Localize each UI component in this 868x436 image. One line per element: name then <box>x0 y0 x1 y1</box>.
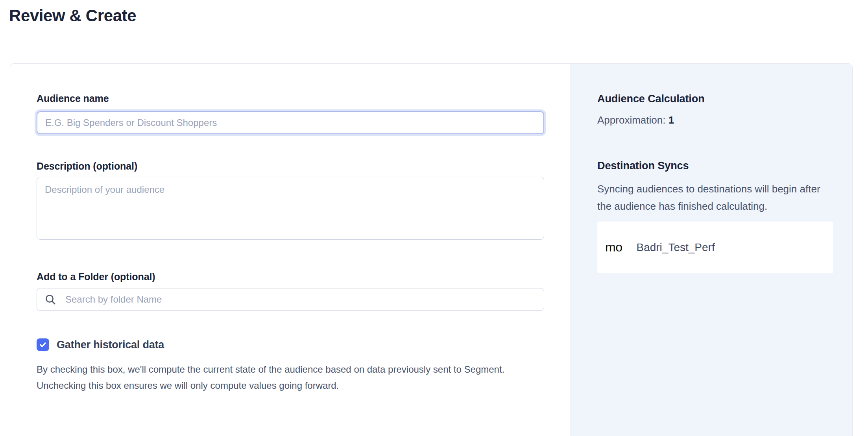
audience-form: Audience name Description (optional) Add… <box>10 64 570 436</box>
gather-historical-label: Gather historical data <box>57 339 164 351</box>
audience-name-label: Audience name <box>37 93 544 104</box>
description-label: Description (optional) <box>37 161 544 172</box>
destination-syncs-title: Destination Syncs <box>597 160 833 172</box>
destination-syncs-description: Syncing audiences to destinations will b… <box>597 180 830 215</box>
approximation-value: 1 <box>669 114 674 126</box>
destination-sync-item: mo Badri_Test_Perf <box>597 222 833 273</box>
audience-name-input[interactable] <box>37 111 544 134</box>
description-textarea[interactable] <box>37 177 544 240</box>
gather-historical-checkbox[interactable] <box>37 338 49 351</box>
gather-historical-row: Gather historical data <box>37 338 544 351</box>
page-title: Review & Create <box>9 6 136 25</box>
folder-search-input[interactable] <box>37 288 544 311</box>
moengage-logo: mo <box>605 240 622 255</box>
summary-panel: Audience Calculation Approximation: 1 De… <box>570 64 853 436</box>
approximation-line: Approximation: 1 <box>597 114 833 126</box>
audience-calculation-title: Audience Calculation <box>597 93 833 105</box>
review-create-page: Review & Create Audience name Descriptio… <box>0 0 868 436</box>
historical-help-text: By checking this box, we'll compute the … <box>37 361 545 394</box>
folder-search <box>37 288 544 311</box>
folder-label: Add to a Folder (optional) <box>37 271 544 283</box>
approximation-label: Approximation: <box>597 114 665 126</box>
destination-name: Badri_Test_Perf <box>636 241 715 254</box>
checkmark-icon <box>39 341 47 349</box>
review-card: Audience name Description (optional) Add… <box>10 63 853 436</box>
